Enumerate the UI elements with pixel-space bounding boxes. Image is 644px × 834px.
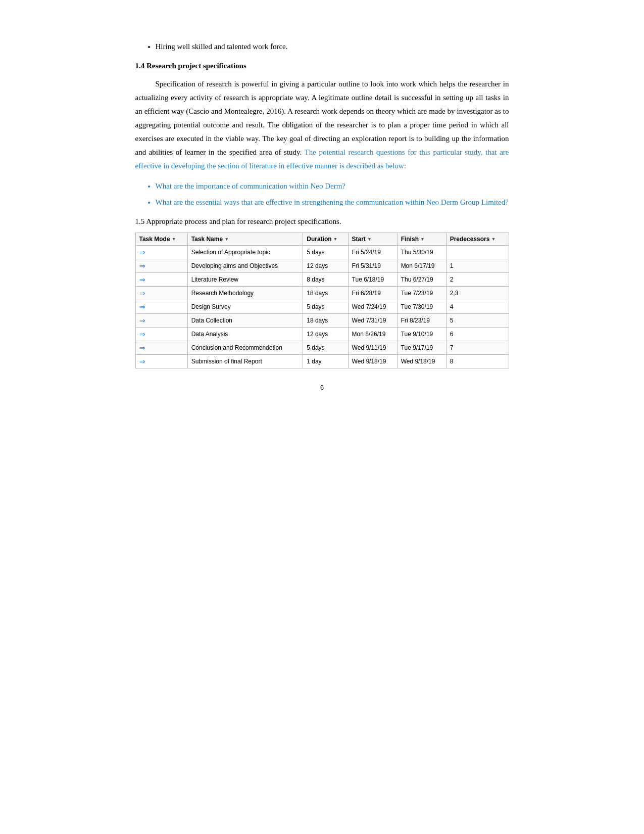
colored-bullet-list: What are the importance of communication… (156, 180, 509, 208)
body-paragraph: Specification of research is powerful in… (135, 77, 509, 173)
task-mode-cell: ⇒ (135, 300, 187, 314)
duration-cell: 18 days (303, 314, 348, 328)
colored-bullet-1: What are the importance of communication… (156, 180, 509, 192)
task-mode-sort-icon[interactable]: ▼ (172, 237, 176, 242)
predecessors-cell: 5 (446, 314, 509, 328)
task-name-cell: Design Survey (187, 300, 303, 314)
start-cell: Tue 6/18/19 (348, 273, 397, 287)
duration-cell: 5 days (303, 300, 348, 314)
start-cell: Mon 8/26/19 (348, 328, 397, 341)
duration-cell: 12 days (303, 328, 348, 341)
start-cell: Wed 9/18/19 (348, 355, 397, 368)
finish-cell: Thu 6/27/19 (397, 273, 446, 287)
finish-cell: Tue 7/23/19 (397, 287, 446, 300)
duration-cell: 18 days (303, 287, 348, 300)
start-cell: Wed 9/11/19 (348, 341, 397, 355)
duration-cell: 5 days (303, 246, 348, 259)
table-header-row: Task Mode ▼ Task Name ▼ Duration ▼ (135, 233, 509, 246)
table-row: ⇒Literature Review8 daysTue 6/18/19Thu 6… (135, 273, 509, 287)
start-sort-icon[interactable]: ▼ (367, 237, 372, 242)
intro-bullet-list: Hiring well skilled and talented work fo… (156, 40, 509, 53)
table-row: ⇒Design Survey5 daysWed 7/24/19Tue 7/30/… (135, 300, 509, 314)
page-number: 6 (135, 384, 509, 391)
predecessors-cell: 1 (446, 259, 509, 273)
predecessors-cell: 6 (446, 328, 509, 341)
table-row: ⇒Developing aims and Objectives12 daysFr… (135, 259, 509, 273)
task-mode-cell: ⇒ (135, 287, 187, 300)
table-row: ⇒Selection of Appropriate topic5 daysFri… (135, 246, 509, 259)
task-name-sort-icon[interactable]: ▼ (224, 237, 229, 242)
predecessors-cell: 2,3 (446, 287, 509, 300)
finish-cell: Mon 6/17/19 (397, 259, 446, 273)
start-cell: Wed 7/31/19 (348, 314, 397, 328)
task-mode-cell: ⇒ (135, 341, 187, 355)
predecessors-cell: 2 (446, 273, 509, 287)
col-header-task-mode: Task Mode ▼ (135, 233, 187, 246)
task-name-cell: Data Analysis (187, 328, 303, 341)
duration-sort-icon[interactable]: ▼ (333, 237, 338, 242)
finish-cell: Tue 9/10/19 (397, 328, 446, 341)
task-name-cell: Submission of final Report (187, 355, 303, 368)
table-row: ⇒Data Analysis12 daysMon 8/26/19Tue 9/10… (135, 328, 509, 341)
start-cell: Fri 5/31/19 (348, 259, 397, 273)
col-header-duration: Duration ▼ (303, 233, 348, 246)
predecessors-cell: 4 (446, 300, 509, 314)
col-header-predecessors: Predecessors ▼ (446, 233, 509, 246)
duration-cell: 12 days (303, 259, 348, 273)
col-header-task-name: Task Name ▼ (187, 233, 303, 246)
duration-cell: 5 days (303, 341, 348, 355)
duration-cell: 1 day (303, 355, 348, 368)
task-name-cell: Literature Review (187, 273, 303, 287)
finish-cell: Thu 5/30/19 (397, 246, 446, 259)
gantt-table: Task Mode ▼ Task Name ▼ Duration ▼ (135, 233, 509, 368)
table-row: ⇒Data Collection18 daysWed 7/31/19Fri 8/… (135, 314, 509, 328)
predecessors-sort-icon[interactable]: ▼ (491, 237, 496, 242)
table-row: ⇒Conclusion and Recommendetion5 daysWed … (135, 341, 509, 355)
col-header-finish: Finish ▼ (397, 233, 446, 246)
task-mode-icon: ⇒ (139, 330, 145, 338)
predecessors-cell (446, 246, 509, 259)
task-name-cell: Data Collection (187, 314, 303, 328)
task-mode-cell: ⇒ (135, 328, 187, 341)
task-mode-icon: ⇒ (139, 344, 145, 352)
task-name-cell: Selection of Appropriate topic (187, 246, 303, 259)
task-mode-icon: ⇒ (139, 262, 145, 270)
task-mode-cell: ⇒ (135, 355, 187, 368)
table-row: ⇒Research Methodology18 daysFri 6/28/19T… (135, 287, 509, 300)
start-cell: Wed 7/24/19 (348, 300, 397, 314)
bullet-item-1: Hiring well skilled and talented work fo… (156, 40, 509, 53)
start-cell: Fri 5/24/19 (348, 246, 397, 259)
task-name-cell: Research Methodology (187, 287, 303, 300)
task-mode-icon: ⇒ (139, 248, 145, 256)
col-header-start: Start ▼ (348, 233, 397, 246)
predecessors-cell: 8 (446, 355, 509, 368)
finish-sort-icon[interactable]: ▼ (420, 237, 425, 242)
task-mode-cell: ⇒ (135, 259, 187, 273)
predecessors-cell: 7 (446, 341, 509, 355)
task-mode-cell: ⇒ (135, 273, 187, 287)
task-mode-icon: ⇒ (139, 275, 145, 284)
finish-cell: Tue 9/17/19 (397, 341, 446, 355)
table-row: ⇒Submission of final Report1 dayWed 9/18… (135, 355, 509, 368)
task-mode-cell: ⇒ (135, 246, 187, 259)
task-name-cell: Developing aims and Objectives (187, 259, 303, 273)
task-mode-cell: ⇒ (135, 314, 187, 328)
finish-cell: Tue 7/30/19 (397, 300, 446, 314)
page: Hiring well skilled and talented work fo… (95, 20, 550, 814)
table-caption: 1.5 Appropriate process and plan for res… (135, 215, 509, 227)
duration-cell: 8 days (303, 273, 348, 287)
task-mode-icon: ⇒ (139, 357, 145, 365)
start-cell: Fri 6/28/19 (348, 287, 397, 300)
task-mode-icon: ⇒ (139, 303, 145, 311)
colored-bullet-2: What are the essential ways that are eff… (156, 196, 509, 208)
finish-cell: Fri 8/23/19 (397, 314, 446, 328)
task-mode-icon: ⇒ (139, 289, 145, 297)
section-heading: 1.4 Research project specifications (135, 62, 509, 70)
finish-cell: Wed 9/18/19 (397, 355, 446, 368)
task-mode-icon: ⇒ (139, 316, 145, 325)
task-name-cell: Conclusion and Recommendetion (187, 341, 303, 355)
